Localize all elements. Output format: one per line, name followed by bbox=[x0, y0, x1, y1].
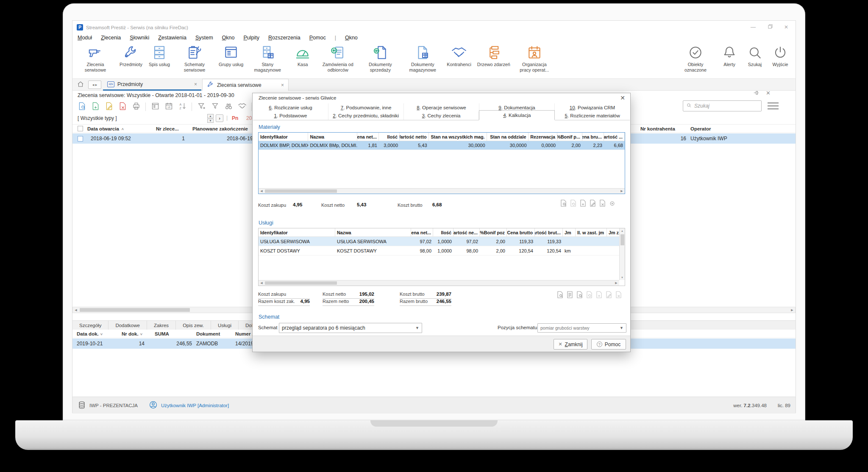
doc-edit-icon[interactable] bbox=[589, 199, 597, 207]
doc-add-icon[interactable] bbox=[595, 291, 603, 299]
current-user[interactable]: Użytkownik IWP [Administrator] bbox=[161, 403, 229, 408]
close-button[interactable]: ✕ Zamknij bbox=[554, 339, 587, 350]
toolbar-dokumenty-magazynowe[interactable]: Dokumenty magazynowe bbox=[401, 44, 444, 73]
toolbar-obiekty-oznaczone[interactable]: Obiekty oznaczone bbox=[674, 44, 717, 73]
dlg-tab-podsumowanie[interactable]: 7. Podsumowanie, inne bbox=[328, 103, 404, 111]
scol[interactable]: Nazwa bbox=[335, 228, 411, 236]
tab-uslugi[interactable]: Usługi bbox=[211, 321, 239, 330]
toolbar-schematy-serwisowe[interactable]: Schematy serwisowe bbox=[173, 44, 216, 73]
col-nr-kontrahenta[interactable]: Nr kontrahenta bbox=[639, 126, 689, 131]
dialog-close-icon[interactable]: ✕ bbox=[620, 94, 625, 101]
dlg-tab-cechy-zlecenia[interactable]: 3. Cechy zlecenia bbox=[404, 111, 479, 120]
scroll-left-icon[interactable]: ◀ bbox=[73, 308, 79, 312]
dlg-tab-rozliczanie-uslug[interactable]: 6. Rozliczanie usług bbox=[253, 103, 328, 111]
toolbar-drzewo-zdarzen[interactable]: Drzewo zdarzeń bbox=[474, 44, 513, 73]
scol[interactable]: Ilość bbox=[433, 228, 453, 236]
row-checkbox[interactable] bbox=[78, 136, 83, 142]
scrollbar-thumb[interactable] bbox=[265, 281, 337, 285]
home-button[interactable] bbox=[75, 80, 86, 89]
toolbar-kontrahenci[interactable]: Kontrahenci bbox=[444, 44, 474, 73]
doc-search-icon[interactable] bbox=[556, 291, 564, 299]
scol[interactable]: Identyfikator bbox=[259, 228, 335, 236]
view-document-button[interactable] bbox=[77, 101, 87, 112]
filter-caret-icon[interactable]: ˅ bbox=[100, 332, 103, 336]
tab-opis-zew[interactable]: Opis zew. bbox=[176, 321, 211, 330]
col-data-otwarcia[interactable]: Data otwarcia˄ bbox=[83, 126, 154, 131]
scrollbar-thumb[interactable] bbox=[80, 308, 190, 312]
tab-nav-button[interactable]: ◂ ▸ bbox=[88, 81, 101, 89]
dlg-tab-operacje-serwisowe[interactable]: 8. Operacje serwisowe bbox=[404, 103, 479, 111]
scroll-right-icon[interactable]: ▶ bbox=[613, 280, 619, 285]
toolbar-zamowienia-od-odbiorcow[interactable]: Zamówienia od odbiorców bbox=[317, 44, 359, 73]
doc-delete-icon[interactable] bbox=[615, 291, 623, 299]
mcol[interactable]: Stan na oddziale bbox=[487, 133, 529, 141]
mcol[interactable]: Wartość netto bbox=[400, 133, 429, 141]
toolbar-spis-uslug[interactable]: Spis usług bbox=[145, 44, 173, 73]
scroll-down-icon[interactable]: ▼ bbox=[620, 275, 625, 280]
mcol[interactable]: Rezerwacja bbox=[529, 133, 558, 141]
minimize-icon[interactable]: — bbox=[749, 24, 757, 30]
menu-rozszerzenia[interactable]: Rozszerzenia bbox=[268, 35, 300, 41]
toolbar-szukaj[interactable]: Szukaj bbox=[742, 44, 768, 73]
toolbar-zlecenia-serwisowe[interactable]: Zlecenia serwisowe bbox=[74, 44, 117, 73]
tab-przedmioty[interactable]: </> Przedmioty × bbox=[103, 79, 201, 91]
clear-filter-button[interactable] bbox=[196, 101, 206, 112]
tab-zakres[interactable]: Zakres bbox=[147, 321, 176, 330]
contractor-button[interactable] bbox=[237, 101, 247, 112]
doc-add-icon[interactable] bbox=[579, 199, 587, 207]
col-operator[interactable]: Operator bbox=[689, 126, 752, 131]
sort-az-button[interactable]: AZ bbox=[177, 101, 187, 112]
toolbar-dokumenty-sprzedazy[interactable]: Dokumenty sprzedaży bbox=[359, 44, 401, 73]
services-vertical-scrollbar[interactable]: ▲ ▼ bbox=[619, 228, 625, 280]
filter-button[interactable] bbox=[210, 101, 220, 112]
calendar-button[interactable]: 18 bbox=[164, 101, 174, 112]
doc-text-icon[interactable] bbox=[566, 291, 574, 299]
toolbar-grupy-uslug[interactable]: Grupy usług bbox=[216, 44, 246, 73]
tab-zlecenia-serwisowe[interactable]: Zlecenia serwisowe × bbox=[202, 79, 289, 91]
form-view-button[interactable] bbox=[150, 101, 160, 112]
add-document-button[interactable] bbox=[90, 101, 100, 112]
edit-document-button[interactable] bbox=[104, 101, 114, 112]
scol[interactable]: Jm bbox=[563, 228, 576, 236]
panel-close-icon[interactable]: ✕ bbox=[766, 90, 771, 96]
mcol[interactable]: Cena bru... bbox=[582, 133, 604, 141]
schemat-combobox[interactable]: przegląd separatora po 6 miesiącach ▼ bbox=[279, 323, 422, 333]
select-all-checkbox[interactable] bbox=[78, 126, 83, 131]
col-data-dok[interactable]: Data dok.˅ bbox=[72, 331, 120, 336]
mcol[interactable]: Cena net... bbox=[357, 133, 379, 141]
dlg-tab-podstawowe[interactable]: 1. Podstawowe bbox=[253, 111, 328, 120]
dlg-tab-kalkulacja[interactable]: 4. Kalkulacja bbox=[479, 110, 555, 120]
menu-modul[interactable]: Moduł bbox=[78, 35, 92, 41]
doc-refresh-icon[interactable] bbox=[585, 291, 593, 299]
tab-szczegoly[interactable]: Szczegóły bbox=[72, 321, 108, 330]
restore-icon[interactable] bbox=[766, 24, 774, 30]
pozycja-schematu-combobox[interactable]: pomiar grubości warstwy ▼ bbox=[537, 323, 626, 333]
scroll-left-icon[interactable]: ◀ bbox=[259, 280, 264, 285]
col-nr-dok[interactable]: Nr dok.˅ bbox=[120, 331, 153, 336]
menu-okno-2[interactable]: Okno bbox=[345, 35, 358, 41]
doc-edit-icon[interactable] bbox=[605, 291, 613, 299]
search-box[interactable]: Szukaj bbox=[683, 100, 762, 111]
spinner-down-icon[interactable]: ▼ bbox=[207, 119, 214, 123]
menu-hamburger-icon[interactable] bbox=[768, 102, 779, 110]
record-dot-icon[interactable] bbox=[608, 199, 616, 207]
help-button[interactable]: ? Pomoc bbox=[591, 339, 626, 350]
close-tab-icon[interactable]: × bbox=[194, 81, 197, 87]
mcol[interactable]: %Bonif p... bbox=[557, 133, 582, 141]
mcol[interactable]: Stan na wszystkich mag. bbox=[429, 133, 487, 141]
doc-search-icon[interactable] bbox=[559, 199, 568, 207]
col-suma[interactable]: SUMA bbox=[153, 331, 195, 336]
service-row[interactable]: KOSZT DOSTAWY KOSZT DOSTAWY 98,00 1,0000… bbox=[259, 246, 625, 255]
dlg-tab-cechy-przedmiotu[interactable]: 2. Cechy przedmiotu, składniki bbox=[328, 111, 404, 120]
menu-pulpity[interactable]: Pulpity bbox=[243, 35, 259, 41]
materials-horizontal-scrollbar[interactable]: ◀ ▶ bbox=[259, 188, 625, 194]
find-button[interactable] bbox=[223, 101, 234, 112]
col-dokument[interactable]: Dokument bbox=[195, 331, 234, 336]
scol[interactable]: Wartość brut... bbox=[535, 228, 563, 236]
material-row[interactable]: DOLMIX BMP, DOLMIX ... DOLMIX BMp, DOLMI… bbox=[259, 141, 625, 150]
scol[interactable]: Il. w zast. jm bbox=[576, 228, 607, 236]
toolbar-organizacja-pracy[interactable]: Organizacja pracy operat... bbox=[513, 44, 556, 73]
mcol[interactable]: Wartość ... bbox=[604, 133, 625, 141]
scol[interactable]: %Bonif poz bbox=[480, 228, 507, 236]
doc-refresh-icon[interactable] bbox=[569, 199, 577, 207]
